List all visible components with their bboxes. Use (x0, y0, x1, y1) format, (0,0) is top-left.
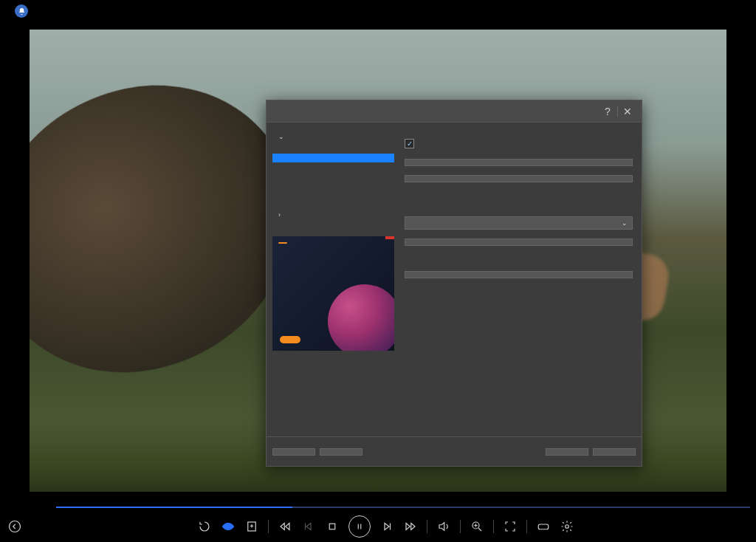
settings-dialog: ? ✕ ⌄ › (266, 100, 642, 467)
checkbox-checked-icon[interactable]: ✓ (405, 139, 414, 148)
sidebar-item-info[interactable] (272, 198, 394, 207)
vr-icon[interactable] (536, 519, 551, 534)
dialog-titlebar: ? ✕ (267, 100, 642, 123)
bookmark-add-icon[interactable] (244, 519, 259, 534)
eye-truetheater-icon[interactable] (221, 519, 236, 534)
output-dropdown[interactable]: ⌄ (405, 216, 633, 230)
settings-content: ✓ ⌄ (402, 128, 636, 430)
next-icon[interactable] (379, 519, 394, 534)
video-enhancement-button[interactable] (405, 159, 633, 166)
svg-rect-5 (538, 524, 549, 529)
sidebar-item-general[interactable] (272, 145, 394, 154)
sidebar-item-movie-info[interactable] (272, 189, 394, 198)
cancel-button[interactable] (593, 448, 636, 456)
seek-bar[interactable] (56, 507, 750, 508)
prev-icon[interactable] (301, 519, 316, 534)
pause-button[interactable] (348, 515, 371, 538)
help-button[interactable]: ? (599, 103, 616, 120)
player-controls (0, 511, 756, 542)
hw-accel-checkbox-row[interactable]: ✓ (405, 139, 636, 148)
repeat-icon[interactable] (197, 519, 212, 534)
fastforward-icon[interactable] (403, 519, 418, 534)
ok-button[interactable] (546, 448, 588, 456)
settings-sidebar: ⌄ › (272, 128, 394, 430)
progress-row (0, 507, 756, 508)
dialog-footer (267, 436, 642, 466)
register-button[interactable] (272, 448, 315, 456)
sidebar-item-cloud[interactable] (272, 171, 394, 180)
subtitle-settings-button[interactable] (405, 271, 633, 278)
topbar (0, 0, 756, 22)
settings-gear-icon[interactable] (560, 519, 574, 534)
rewind-icon[interactable] (278, 519, 292, 534)
other-audio-settings-button[interactable] (405, 239, 633, 246)
promo-upgrade-ribbon (385, 236, 394, 239)
notification-bell-icon[interactable] (15, 4, 28, 18)
svg-point-6 (565, 525, 568, 529)
stop-icon[interactable] (325, 519, 340, 534)
svg-point-1 (227, 525, 230, 528)
sidebar-item-bluray[interactable] (272, 162, 394, 171)
sidebar-group-player[interactable]: ⌄ (272, 128, 394, 145)
close-button[interactable]: ✕ (619, 103, 636, 120)
sidebar-item-hotkey[interactable] (272, 180, 394, 189)
upgrade-button[interactable] (320, 448, 362, 456)
sidebar-item-video-audio-subtitle[interactable] (272, 154, 394, 162)
fullscreen-icon[interactable] (503, 519, 518, 534)
sidebar-group-basic[interactable]: › (272, 207, 394, 223)
promo-upgrade-button[interactable] (280, 336, 300, 343)
chevron-down-icon: ⌄ (622, 219, 628, 227)
volume-icon[interactable] (436, 519, 451, 534)
promo-banner[interactable] (272, 236, 394, 351)
other-video-settings-button[interactable] (405, 175, 633, 182)
svg-rect-3 (329, 524, 335, 529)
svg-point-0 (10, 521, 21, 532)
promo-new-badge (278, 242, 287, 244)
back-icon[interactable] (7, 519, 22, 534)
zoom-icon[interactable] (470, 519, 484, 534)
